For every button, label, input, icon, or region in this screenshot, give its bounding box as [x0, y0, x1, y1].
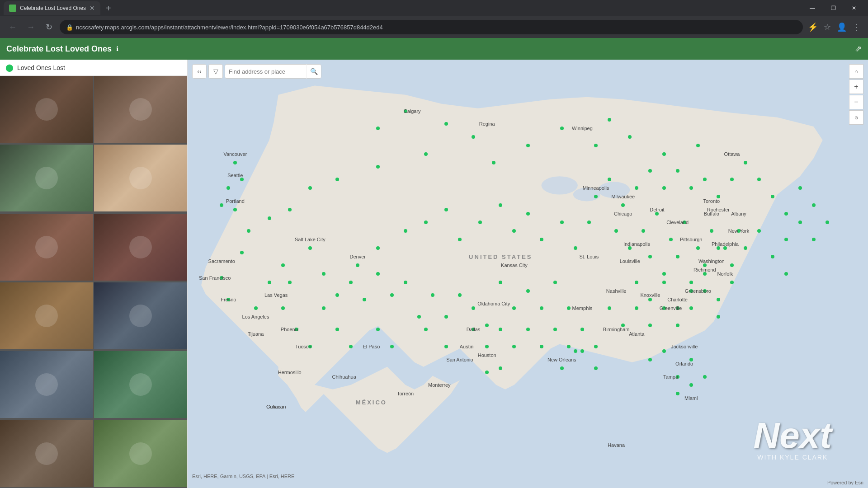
app-title: Celebrate Lost Loved Ones: [6, 44, 112, 54]
powered-by: Powered by Esri: [827, 480, 863, 485]
collapse-sidebar-button[interactable]: ‹‹: [192, 64, 207, 79]
tab-close-btn[interactable]: ✕: [90, 5, 95, 11]
zoom-in-button[interactable]: +: [849, 80, 863, 94]
watermark-next: Next: [754, 418, 832, 454]
list-item[interactable]: [94, 351, 187, 418]
map-controls-right: ⌂ + − ⊙: [849, 64, 863, 125]
list-item[interactable]: [94, 282, 187, 349]
map-home-button[interactable]: ⌂: [849, 64, 863, 79]
info-icon[interactable]: ℹ: [116, 45, 118, 52]
map-attribution: Esri, HERE, Garmin, USGS, EPA | Esri, HE…: [192, 474, 294, 479]
svg-point-2: [573, 188, 600, 201]
list-item[interactable]: [94, 420, 187, 487]
list-item[interactable]: [0, 420, 93, 487]
list-item[interactable]: [0, 76, 93, 143]
forward-button[interactable]: →: [24, 20, 38, 34]
watermark: Next WITH KYLE CLARK: [754, 418, 832, 461]
list-item[interactable]: [94, 76, 187, 143]
search-button[interactable]: 🔍: [307, 64, 321, 79]
back-button[interactable]: ←: [5, 20, 20, 34]
svg-point-1: [542, 176, 578, 194]
address-text: ncscsafety.maps.arcgis.com/apps/instant/…: [76, 24, 797, 31]
lock-icon: 🔒: [66, 24, 73, 31]
list-item[interactable]: [0, 282, 93, 349]
list-item[interactable]: [94, 145, 187, 211]
active-tab[interactable]: Celebrate Lost Loved Ones ✕: [4, 1, 100, 15]
watermark-sub: WITH KYLE CLARK: [754, 454, 832, 461]
sidebar-legend-label: Loved Ones Lost: [17, 64, 65, 71]
profile-icon[interactable]: 👤: [835, 21, 848, 33]
share-button[interactable]: ⇗: [855, 44, 862, 54]
main-layout: ⬤ Loved Ones Lost CalgaryReginaWinnipegO…: [0, 60, 868, 488]
browser-chrome: Celebrate Lost Loved Ones ✕ + — ❐ ✕ ← → …: [0, 0, 868, 38]
list-item[interactable]: [0, 145, 93, 211]
minimize-button[interactable]: —: [802, 0, 823, 16]
maximize-button[interactable]: ❐: [823, 0, 844, 16]
tab-favicon: [9, 5, 16, 12]
list-item[interactable]: [0, 214, 93, 281]
window-controls: — ❐ ✕: [802, 0, 864, 16]
zoom-out-button[interactable]: −: [849, 95, 863, 109]
map-area: CalgaryReginaWinnipegOttawaVancouverSeat…: [188, 60, 868, 488]
new-tab-button[interactable]: +: [102, 3, 115, 14]
tab-title: Celebrate Lost Loved Ones: [20, 5, 86, 11]
legend-dot-icon: ⬤: [5, 63, 14, 72]
toolbar-icons: ⚡ ☆ 👤 ⋮: [807, 21, 863, 33]
sidebar: ⬤ Loved Ones Lost: [0, 60, 188, 488]
map-search[interactable]: 🔍: [225, 64, 321, 79]
extensions-icon[interactable]: ⚡: [807, 21, 819, 33]
address-bar[interactable]: 🔒 ncscsafety.maps.arcgis.com/apps/instan…: [60, 20, 803, 34]
menu-icon[interactable]: ⋮: [850, 21, 863, 33]
photos-grid: [0, 76, 187, 488]
sidebar-header: ⬤ Loved Ones Lost: [0, 60, 187, 76]
filter-button[interactable]: ▽: [208, 64, 223, 79]
reload-button[interactable]: ↻: [42, 20, 56, 34]
attribution-text: Esri, HERE, Garmin, USGS, EPA | Esri, HE…: [192, 474, 294, 479]
app-header: Celebrate Lost Loved Ones ℹ ⇗: [0, 38, 868, 60]
list-item[interactable]: [0, 351, 93, 418]
map-toolbar: ‹‹ ▽ 🔍: [192, 64, 321, 79]
list-item[interactable]: [94, 214, 187, 281]
compass-button[interactable]: ⊙: [849, 110, 863, 125]
bookmark-icon[interactable]: ☆: [821, 21, 834, 33]
search-input[interactable]: [225, 68, 307, 75]
svg-point-3: [598, 182, 630, 198]
address-bar-row: ← → ↻ 🔒 ncscsafety.maps.arcgis.com/apps/…: [0, 16, 868, 38]
tab-bar: Celebrate Lost Loved Ones ✕ + — ❐ ✕: [0, 0, 868, 16]
close-button[interactable]: ✕: [844, 0, 864, 16]
